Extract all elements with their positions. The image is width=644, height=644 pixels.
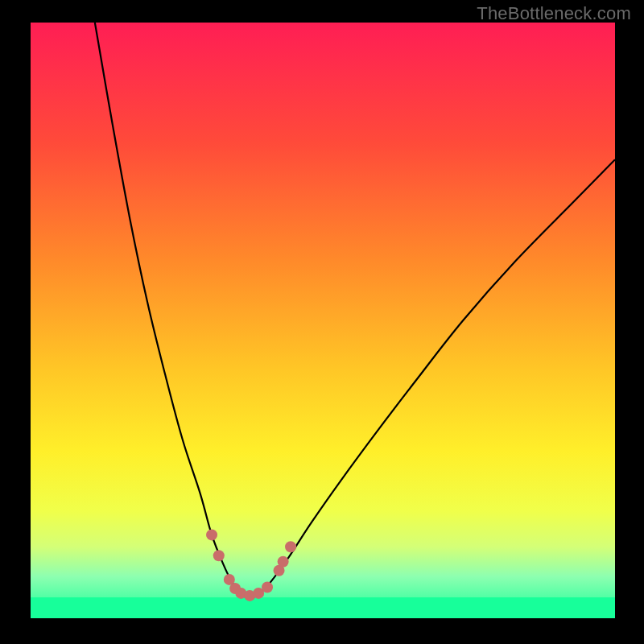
highlight-marker xyxy=(278,556,289,568)
highlight-marker xyxy=(262,582,273,593)
gradient-background xyxy=(31,23,615,618)
plot-area xyxy=(31,23,615,618)
watermark-text: TheBottleneck.com xyxy=(477,3,631,24)
highlight-marker xyxy=(206,529,217,540)
highlight-marker xyxy=(285,541,296,552)
plot-svg xyxy=(31,23,615,618)
green-band xyxy=(31,597,615,618)
chart-frame: TheBottleneck.com xyxy=(0,0,644,644)
highlight-marker xyxy=(213,550,225,561)
